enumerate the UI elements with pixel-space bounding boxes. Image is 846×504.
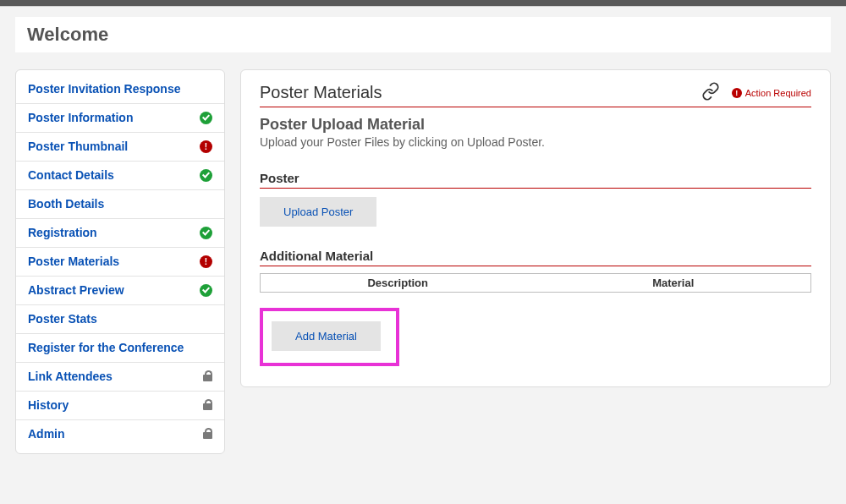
window-top-bar xyxy=(0,0,846,7)
sidebar-item-label: Abstract Preview xyxy=(28,283,124,297)
sidebar-item-poster-stats[interactable]: Poster Stats xyxy=(16,305,224,334)
sidebar-item-label: Poster Materials xyxy=(28,255,119,268)
sidebar-item-registration[interactable]: Registration xyxy=(16,219,224,248)
sidebar-item-booth-details[interactable]: Booth Details xyxy=(16,190,224,219)
table-col-description: Description xyxy=(261,274,536,292)
sidebar-item-label: Contact Details xyxy=(28,168,114,182)
upload-heading: Poster Upload Material xyxy=(260,116,811,134)
sidebar-item-label: Register for the Conference xyxy=(28,341,184,354)
sidebar-item-label: Registration xyxy=(28,226,97,239)
status-ok-icon xyxy=(200,169,212,182)
table-col-material: Material xyxy=(536,274,811,292)
upload-subheader: Poster Upload Material Upload your Poste… xyxy=(260,116,811,149)
sidebar-item-history[interactable]: History xyxy=(16,392,224,420)
page-welcome-title: Welcome xyxy=(27,24,819,46)
sidebar-item-contact-details[interactable]: Contact Details xyxy=(16,162,224,190)
sidebar-item-admin[interactable]: Admin xyxy=(16,420,224,448)
alert-icon: ! xyxy=(732,88,742,98)
sidebar-item-label: Poster Stats xyxy=(28,312,97,326)
poster-block: Poster Upload Poster xyxy=(260,171,811,227)
upload-poster-button[interactable]: Upload Poster xyxy=(260,197,376,227)
status-error-icon xyxy=(200,255,212,268)
additional-material-block: Additional Material Description Material… xyxy=(260,249,811,366)
action-required-badge: ! Action Required xyxy=(732,88,811,98)
additional-section-title: Additional Material xyxy=(260,249,811,266)
lock-icon xyxy=(203,371,212,381)
sidebar-item-label: Link Attendees xyxy=(28,370,113,383)
sidebar-item-abstract-preview[interactable]: Abstract Preview xyxy=(16,277,224,305)
sidebar-item-poster-materials[interactable]: Poster Materials xyxy=(16,248,224,277)
sidebar-item-poster-invitation-response[interactable]: Poster Invitation Response xyxy=(16,75,224,104)
lock-icon xyxy=(203,400,212,410)
sidebar-item-register-conference[interactable]: Register for the Conference xyxy=(16,334,224,363)
lock-icon xyxy=(203,429,212,439)
sidebar-item-poster-thumbnail[interactable]: Poster Thumbnail xyxy=(16,133,224,162)
status-ok-icon xyxy=(200,284,212,297)
poster-section-title: Poster xyxy=(260,171,811,189)
status-ok-icon xyxy=(200,112,212,124)
welcome-banner: Welcome xyxy=(15,17,831,52)
sidebar-nav: Poster Invitation Response Poster Inform… xyxy=(15,69,225,454)
sidebar-item-label: Poster Thumbnail xyxy=(28,140,128,153)
upload-description: Upload your Poster Files by clicking on … xyxy=(260,135,811,149)
main-panel: Poster Materials ! Action Required Poste… xyxy=(240,69,831,387)
link-icon[interactable] xyxy=(701,82,720,103)
action-required-label: Action Required xyxy=(745,88,811,98)
sidebar-item-label: Admin xyxy=(28,427,65,441)
status-ok-icon xyxy=(200,227,212,239)
highlighted-action-box: Add Material xyxy=(260,308,399,366)
header-right-group: ! Action Required xyxy=(701,82,811,103)
main-layout: Poster Invitation Response Poster Inform… xyxy=(0,61,846,454)
main-title: Poster Materials xyxy=(260,83,382,102)
sidebar-item-label: Poster Invitation Response xyxy=(28,82,180,96)
sidebar-item-poster-information[interactable]: Poster Information xyxy=(16,104,224,133)
status-error-icon xyxy=(200,140,212,153)
add-material-button[interactable]: Add Material xyxy=(272,321,381,351)
sidebar-item-link-attendees[interactable]: Link Attendees xyxy=(16,363,224,392)
sidebar-item-label: Poster Information xyxy=(28,111,133,124)
sidebar-item-label: History xyxy=(28,398,69,412)
main-section-header: Poster Materials ! Action Required xyxy=(260,82,811,107)
sidebar-item-label: Booth Details xyxy=(28,197,104,211)
materials-table-header: Description Material xyxy=(260,273,811,293)
